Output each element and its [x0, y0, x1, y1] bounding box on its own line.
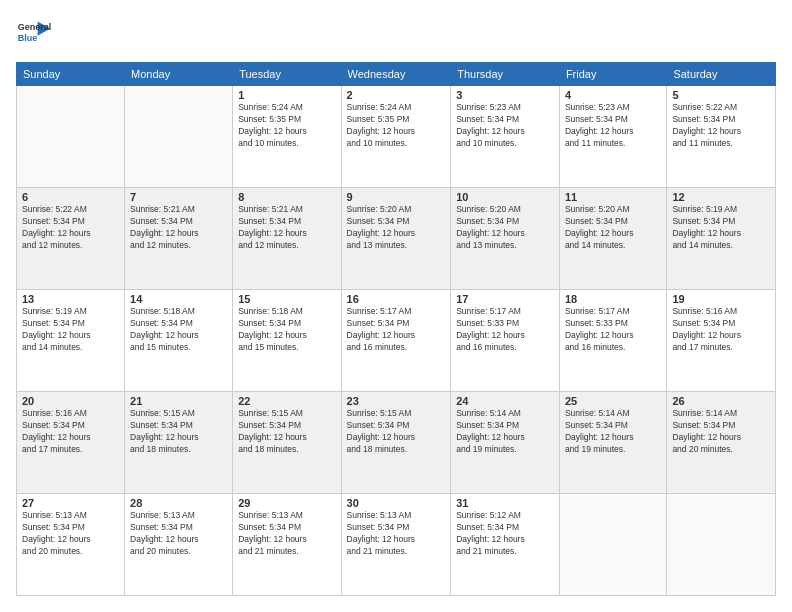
- calendar-cell: 4Sunrise: 5:23 AM Sunset: 5:34 PM Daylig…: [559, 86, 667, 188]
- calendar-cell: 13Sunrise: 5:19 AM Sunset: 5:34 PM Dayli…: [17, 290, 125, 392]
- day-number: 17: [456, 293, 554, 305]
- day-number: 11: [565, 191, 662, 203]
- calendar-cell: 9Sunrise: 5:20 AM Sunset: 5:34 PM Daylig…: [341, 188, 451, 290]
- day-info: Sunrise: 5:20 AM Sunset: 5:34 PM Dayligh…: [347, 204, 446, 252]
- day-number: 27: [22, 497, 119, 509]
- day-number: 26: [672, 395, 770, 407]
- day-info: Sunrise: 5:20 AM Sunset: 5:34 PM Dayligh…: [565, 204, 662, 252]
- day-number: 19: [672, 293, 770, 305]
- day-number: 30: [347, 497, 446, 509]
- calendar-cell: 21Sunrise: 5:15 AM Sunset: 5:34 PM Dayli…: [125, 392, 233, 494]
- day-number: 4: [565, 89, 662, 101]
- logo: General Blue: [16, 16, 52, 52]
- day-number: 22: [238, 395, 335, 407]
- day-number: 6: [22, 191, 119, 203]
- weekday-header-sunday: Sunday: [17, 63, 125, 86]
- day-number: 31: [456, 497, 554, 509]
- day-info: Sunrise: 5:15 AM Sunset: 5:34 PM Dayligh…: [347, 408, 446, 456]
- day-number: 20: [22, 395, 119, 407]
- calendar-cell: 18Sunrise: 5:17 AM Sunset: 5:33 PM Dayli…: [559, 290, 667, 392]
- day-info: Sunrise: 5:13 AM Sunset: 5:34 PM Dayligh…: [130, 510, 227, 558]
- calendar-cell: 24Sunrise: 5:14 AM Sunset: 5:34 PM Dayli…: [451, 392, 560, 494]
- calendar-cell: 10Sunrise: 5:20 AM Sunset: 5:34 PM Dayli…: [451, 188, 560, 290]
- day-info: Sunrise: 5:14 AM Sunset: 5:34 PM Dayligh…: [672, 408, 770, 456]
- day-number: 18: [565, 293, 662, 305]
- day-number: 2: [347, 89, 446, 101]
- day-info: Sunrise: 5:18 AM Sunset: 5:34 PM Dayligh…: [130, 306, 227, 354]
- day-info: Sunrise: 5:17 AM Sunset: 5:33 PM Dayligh…: [456, 306, 554, 354]
- day-number: 16: [347, 293, 446, 305]
- calendar-cell: 5Sunrise: 5:22 AM Sunset: 5:34 PM Daylig…: [667, 86, 776, 188]
- calendar-cell: 1Sunrise: 5:24 AM Sunset: 5:35 PM Daylig…: [233, 86, 341, 188]
- day-info: Sunrise: 5:16 AM Sunset: 5:34 PM Dayligh…: [22, 408, 119, 456]
- day-number: 15: [238, 293, 335, 305]
- day-number: 23: [347, 395, 446, 407]
- day-info: Sunrise: 5:19 AM Sunset: 5:34 PM Dayligh…: [22, 306, 119, 354]
- day-info: Sunrise: 5:15 AM Sunset: 5:34 PM Dayligh…: [130, 408, 227, 456]
- day-info: Sunrise: 5:15 AM Sunset: 5:34 PM Dayligh…: [238, 408, 335, 456]
- day-info: Sunrise: 5:14 AM Sunset: 5:34 PM Dayligh…: [456, 408, 554, 456]
- calendar-cell: 6Sunrise: 5:22 AM Sunset: 5:34 PM Daylig…: [17, 188, 125, 290]
- day-info: Sunrise: 5:13 AM Sunset: 5:34 PM Dayligh…: [238, 510, 335, 558]
- calendar-cell: 25Sunrise: 5:14 AM Sunset: 5:34 PM Dayli…: [559, 392, 667, 494]
- day-number: 8: [238, 191, 335, 203]
- calendar-week-row: 13Sunrise: 5:19 AM Sunset: 5:34 PM Dayli…: [17, 290, 776, 392]
- calendar-week-row: 6Sunrise: 5:22 AM Sunset: 5:34 PM Daylig…: [17, 188, 776, 290]
- calendar-week-row: 1Sunrise: 5:24 AM Sunset: 5:35 PM Daylig…: [17, 86, 776, 188]
- svg-text:Blue: Blue: [18, 33, 38, 43]
- day-number: 5: [672, 89, 770, 101]
- day-number: 3: [456, 89, 554, 101]
- day-number: 13: [22, 293, 119, 305]
- day-number: 29: [238, 497, 335, 509]
- calendar-week-row: 27Sunrise: 5:13 AM Sunset: 5:34 PM Dayli…: [17, 494, 776, 596]
- day-info: Sunrise: 5:23 AM Sunset: 5:34 PM Dayligh…: [456, 102, 554, 150]
- calendar-cell: 23Sunrise: 5:15 AM Sunset: 5:34 PM Dayli…: [341, 392, 451, 494]
- weekday-header-saturday: Saturday: [667, 63, 776, 86]
- calendar-cell: 19Sunrise: 5:16 AM Sunset: 5:34 PM Dayli…: [667, 290, 776, 392]
- weekday-header-thursday: Thursday: [451, 63, 560, 86]
- calendar-cell: 26Sunrise: 5:14 AM Sunset: 5:34 PM Dayli…: [667, 392, 776, 494]
- calendar-cell: 28Sunrise: 5:13 AM Sunset: 5:34 PM Dayli…: [125, 494, 233, 596]
- calendar-cell: [125, 86, 233, 188]
- day-number: 28: [130, 497, 227, 509]
- calendar-table: SundayMondayTuesdayWednesdayThursdayFrid…: [16, 62, 776, 596]
- day-info: Sunrise: 5:21 AM Sunset: 5:34 PM Dayligh…: [238, 204, 335, 252]
- calendar-cell: 29Sunrise: 5:13 AM Sunset: 5:34 PM Dayli…: [233, 494, 341, 596]
- day-info: Sunrise: 5:14 AM Sunset: 5:34 PM Dayligh…: [565, 408, 662, 456]
- calendar-cell: 2Sunrise: 5:24 AM Sunset: 5:35 PM Daylig…: [341, 86, 451, 188]
- day-info: Sunrise: 5:23 AM Sunset: 5:34 PM Dayligh…: [565, 102, 662, 150]
- calendar-cell: [667, 494, 776, 596]
- weekday-header-wednesday: Wednesday: [341, 63, 451, 86]
- calendar-cell: 15Sunrise: 5:18 AM Sunset: 5:34 PM Dayli…: [233, 290, 341, 392]
- day-number: 10: [456, 191, 554, 203]
- day-number: 24: [456, 395, 554, 407]
- calendar-cell: 30Sunrise: 5:13 AM Sunset: 5:34 PM Dayli…: [341, 494, 451, 596]
- day-info: Sunrise: 5:24 AM Sunset: 5:35 PM Dayligh…: [347, 102, 446, 150]
- day-number: 21: [130, 395, 227, 407]
- day-info: Sunrise: 5:22 AM Sunset: 5:34 PM Dayligh…: [672, 102, 770, 150]
- day-number: 7: [130, 191, 227, 203]
- page: General Blue SundayMondayTuesdayWednesda…: [0, 0, 792, 612]
- calendar-cell: 8Sunrise: 5:21 AM Sunset: 5:34 PM Daylig…: [233, 188, 341, 290]
- calendar-cell: 27Sunrise: 5:13 AM Sunset: 5:34 PM Dayli…: [17, 494, 125, 596]
- calendar-cell: 17Sunrise: 5:17 AM Sunset: 5:33 PM Dayli…: [451, 290, 560, 392]
- weekday-header-row: SundayMondayTuesdayWednesdayThursdayFrid…: [17, 63, 776, 86]
- day-info: Sunrise: 5:21 AM Sunset: 5:34 PM Dayligh…: [130, 204, 227, 252]
- day-info: Sunrise: 5:12 AM Sunset: 5:34 PM Dayligh…: [456, 510, 554, 558]
- calendar-cell: [17, 86, 125, 188]
- day-number: 12: [672, 191, 770, 203]
- calendar-cell: 3Sunrise: 5:23 AM Sunset: 5:34 PM Daylig…: [451, 86, 560, 188]
- day-info: Sunrise: 5:17 AM Sunset: 5:33 PM Dayligh…: [565, 306, 662, 354]
- calendar-cell: 11Sunrise: 5:20 AM Sunset: 5:34 PM Dayli…: [559, 188, 667, 290]
- calendar-cell: 16Sunrise: 5:17 AM Sunset: 5:34 PM Dayli…: [341, 290, 451, 392]
- day-number: 1: [238, 89, 335, 101]
- day-info: Sunrise: 5:13 AM Sunset: 5:34 PM Dayligh…: [22, 510, 119, 558]
- day-info: Sunrise: 5:18 AM Sunset: 5:34 PM Dayligh…: [238, 306, 335, 354]
- day-number: 25: [565, 395, 662, 407]
- calendar-cell: 20Sunrise: 5:16 AM Sunset: 5:34 PM Dayli…: [17, 392, 125, 494]
- header: General Blue: [16, 16, 776, 52]
- calendar-cell: [559, 494, 667, 596]
- day-number: 14: [130, 293, 227, 305]
- calendar-cell: 31Sunrise: 5:12 AM Sunset: 5:34 PM Dayli…: [451, 494, 560, 596]
- logo-icon: General Blue: [16, 16, 52, 52]
